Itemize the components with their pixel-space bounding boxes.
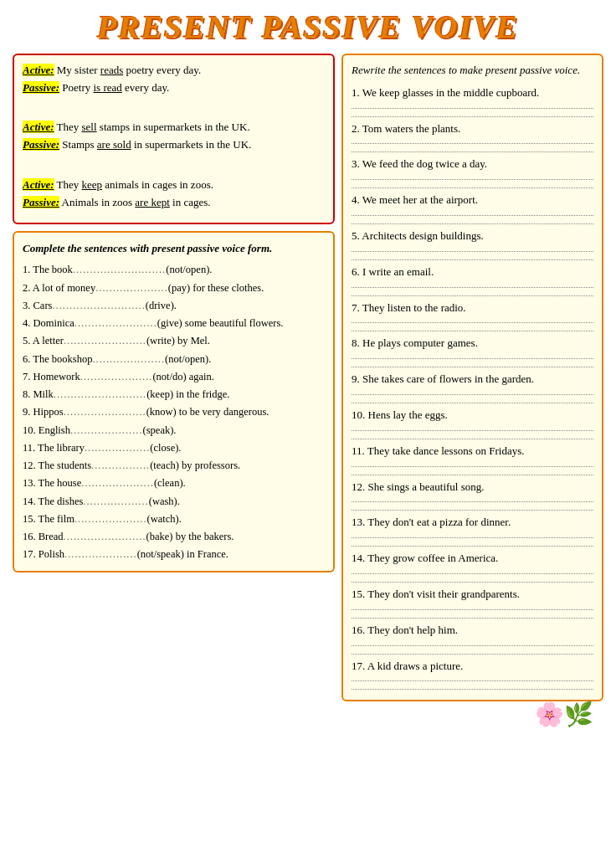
active-3: Active: They keep animals in cages in zo…: [23, 177, 325, 194]
active-1: Active: My sister reads poetry every day…: [23, 62, 325, 80]
left-column: Active: My sister reads poetry every day…: [13, 54, 335, 734]
fill-item-10: 10. English.....................(speak).: [23, 422, 325, 439]
flower-decoration: 🌸🌿: [535, 696, 593, 734]
active-2: Active: They sell stamps in supermarkets…: [23, 119, 325, 136]
fill-item-13: 13. The house.....................(clean…: [23, 475, 325, 492]
page-title: PRESENT PASSIVE VOIVE: [13, 8, 603, 45]
rewrite-item-2: 2. Tom waters the plants.: [352, 121, 593, 138]
rewrite-item-12: 12. She sings a beautiful song.: [352, 479, 593, 496]
passive-2: Passive: Stamps are sold in supermarkets…: [23, 136, 325, 154]
fill-item-9: 9. Hippos........................(know) …: [23, 403, 325, 421]
example-group-1: Active: My sister reads poetry every day…: [23, 62, 325, 97]
passive-3: Passive: Animals in zoos are kept in cag…: [23, 194, 325, 212]
fill-item-3: 3. Cars...........................(drive…: [23, 297, 325, 315]
rewrite-item-3: 3. We feed the dog twice a day.: [352, 156, 593, 173]
fill-item-4: 4. Dominica........................(give…: [23, 315, 325, 332]
example-group-3: Active: They keep animals in cages in zo…: [23, 177, 325, 212]
fill-item-6: 6. The bookshop.....................(not…: [23, 351, 325, 368]
fill-item-2: 2. A lot of money.....................(p…: [23, 280, 325, 297]
example-group-2: Active: They sell stamps in supermarkets…: [23, 119, 325, 154]
rewrite-item-16: 16. They don't help him.: [352, 622, 593, 639]
rewrite-exercise-title: Rewrite the sentences to make present pa…: [352, 62, 593, 80]
rewrite-item-15: 15. They don't visit their grandparents.: [352, 586, 593, 603]
rewrite-item-17: 17. A kid draws a picture.: [352, 658, 593, 675]
fill-exercise-title: Complete the sentences with present pass…: [23, 239, 325, 258]
rewrite-item-14: 14. They grow coffee in America.: [352, 550, 593, 567]
passive-1: Passive: Poetry is read every day.: [23, 80, 325, 97]
rewrite-item-6: 6. I write an email.: [352, 264, 593, 281]
fill-item-8: 8. Milk...........................(keep)…: [23, 386, 325, 403]
fill-item-15: 15. The film.....................(watch)…: [23, 511, 325, 528]
rewrite-item-13: 13. They don't eat a pizza for dinner.: [352, 514, 593, 531]
fill-item-5: 5. A letter........................(writ…: [23, 332, 325, 350]
examples-box: Active: My sister reads poetry every day…: [13, 54, 335, 224]
fill-item-1: 1. The book...........................(n…: [23, 261, 325, 279]
fill-item-16: 16. Bread........................(bake) …: [23, 528, 325, 546]
rewrite-item-10: 10. Hens lay the eggs.: [352, 407, 593, 424]
fill-exercise-box: Complete the sentences with present pass…: [13, 231, 335, 572]
rewrite-item-5: 5. Architects design buildings.: [352, 228, 593, 245]
rewrite-item-4: 4. We meet her at the airport.: [352, 192, 593, 209]
rewrite-item-7: 7. They listen to the radio.: [352, 300, 593, 317]
fill-item-7: 7. Homework.....................(not/do)…: [23, 368, 325, 386]
rewrite-exercise-box: Rewrite the sentences to make present pa…: [341, 54, 603, 701]
rewrite-item-9: 9. She takes care of flowers in the gard…: [352, 371, 593, 388]
fill-item-14: 14. The dishes...................(wash).: [23, 493, 325, 511]
fill-item-12: 12. The students.................(teach)…: [23, 457, 325, 475]
rewrite-item-1: 1. We keep glasses in the middle cupboar…: [352, 85, 593, 102]
rewrite-item-8: 8. He plays computer games.: [352, 335, 593, 352]
rewrite-item-11: 11. They take dance lessons on Fridays.: [352, 443, 593, 460]
fill-item-11: 11. The library...................(close…: [23, 439, 325, 457]
fill-item-17: 17. Polish.....................(not/spea…: [23, 546, 325, 563]
right-column: Rewrite the sentences to make present pa…: [341, 54, 603, 734]
